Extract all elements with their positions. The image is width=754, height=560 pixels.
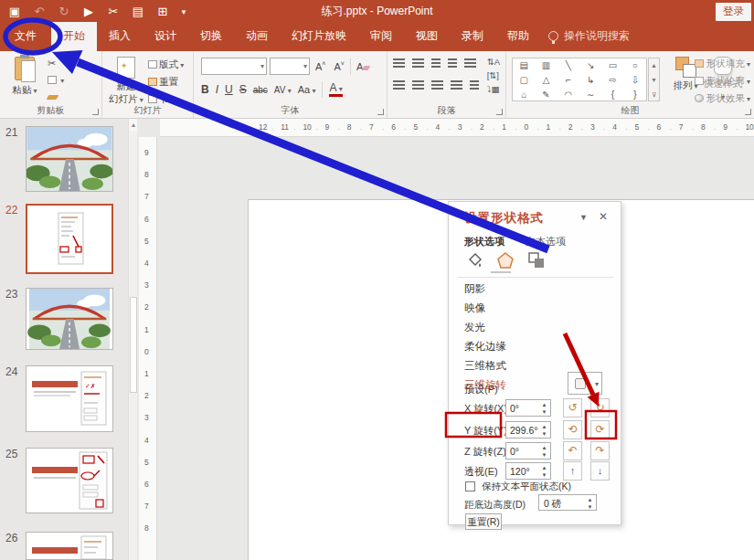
distance-from-ground-input[interactable]: 0 磅▲▼ xyxy=(538,494,597,511)
format-shape-panel[interactable]: 设置形状格式 ▼ ✕ 形状选项 文本选项 阴影 映像 发光 柔化边缘 三维格式 … xyxy=(448,201,621,525)
slide-thumbnail-26[interactable] xyxy=(26,532,113,560)
slide-thumbnail-22[interactable] xyxy=(26,204,113,274)
new-slide-button[interactable]: ✦ 新建 幻灯片 xyxy=(106,57,146,104)
y-rotation-input[interactable]: 299.6°▲▼ xyxy=(505,421,551,438)
section-shadow[interactable]: 阴影 xyxy=(464,282,485,296)
tab-design[interactable]: 设计 xyxy=(143,22,188,51)
spinner-arrows-icon[interactable]: ▲▼ xyxy=(539,423,549,437)
shape-glyph[interactable]: ▥ xyxy=(535,58,557,73)
section-3d-format[interactable]: 三维格式 xyxy=(464,359,506,373)
strikethrough-button[interactable]: abc xyxy=(253,85,268,95)
sign-in-button[interactable]: 登录 xyxy=(716,3,751,21)
x-rotation-input[interactable]: 0°▲▼ xyxy=(505,399,551,417)
panel-close-icon[interactable]: ✕ xyxy=(599,210,608,223)
section-reflection[interactable]: 映像 xyxy=(464,301,485,315)
paste-button[interactable]: 粘贴 xyxy=(5,57,44,104)
spinner-arrows-icon[interactable]: ▲▼ xyxy=(585,496,595,510)
decrease-indent-button[interactable] xyxy=(431,58,441,68)
decrease-font-button[interactable]: A˅ xyxy=(331,58,346,74)
y-rotate-left-button[interactable]: ⟲ xyxy=(563,420,582,439)
reset-rotation-button[interactable]: 重置(R) xyxy=(465,513,502,530)
keep-text-flat-checkbox[interactable] xyxy=(465,481,475,491)
font-size-combo[interactable] xyxy=(270,58,310,75)
cut-button[interactable]: ✂ xyxy=(48,57,64,69)
tell-me-search[interactable]: 操作说明搜索 xyxy=(541,22,637,51)
tab-slideshow[interactable]: 幻灯片放映 xyxy=(280,22,358,51)
slide-thumbnail-24[interactable]: ✓✗ xyxy=(26,365,113,432)
shape-glyph[interactable]: ↘ xyxy=(579,58,601,73)
section-glow[interactable]: 发光 xyxy=(464,321,485,334)
text-shadow-button[interactable]: S xyxy=(239,83,247,96)
shape-glyph[interactable]: ▤ xyxy=(513,58,535,73)
underline-button[interactable]: U xyxy=(225,83,233,96)
drawing-dialog-launcher[interactable] xyxy=(745,109,751,115)
spinner-arrows-icon[interactable]: ▲▼ xyxy=(539,464,549,478)
panel-tab-shape-options[interactable]: 形状选项 xyxy=(464,235,504,248)
z-rotation-input[interactable]: 0°▲▼ xyxy=(505,442,551,460)
shape-glyph[interactable]: ⇩ xyxy=(624,73,646,88)
character-spacing-button[interactable]: AV xyxy=(274,85,292,95)
shape-glyph[interactable]: ⌐ xyxy=(558,73,579,88)
shapes-gallery[interactable]: ▤▥╲↘▭○▢△⌐↳⇨⇩⌂✎◠∼{} xyxy=(512,58,647,101)
effects-pentagon-icon[interactable] xyxy=(496,251,515,269)
x-rotate-right-button[interactable]: ↻ xyxy=(590,398,610,417)
perspective-up-button[interactable]: ↑ xyxy=(563,461,582,481)
z-rotate-right-button[interactable]: ↷ xyxy=(590,441,610,460)
size-properties-icon[interactable] xyxy=(527,251,546,269)
spinner-arrows-icon[interactable]: ▲▼ xyxy=(539,401,549,415)
font-dialog-launcher[interactable] xyxy=(377,109,384,115)
tab-animations[interactable]: 动画 xyxy=(234,22,280,51)
smartart-button[interactable]: ⤵▦ xyxy=(487,84,500,94)
layout-button[interactable]: 版式 xyxy=(148,58,184,71)
align-text-button[interactable]: [⇅] xyxy=(487,70,500,80)
shape-glyph[interactable]: ▢ xyxy=(513,73,535,88)
presets-dropdown[interactable] xyxy=(568,372,602,395)
font-color-button[interactable]: A xyxy=(329,83,342,97)
tab-home[interactable]: 开始 xyxy=(51,22,97,51)
shape-glyph[interactable]: ◠ xyxy=(558,88,579,102)
shapes-gallery-scrollbar[interactable]: ▲▼⊽ xyxy=(648,58,660,101)
spinner-arrows-icon[interactable]: ▲▼ xyxy=(539,444,549,458)
slide-thumbnail-21[interactable] xyxy=(26,126,113,192)
bullets-button[interactable] xyxy=(393,58,405,68)
tab-review[interactable]: 审阅 xyxy=(358,22,404,51)
shape-effects-button[interactable]: 形状效果 xyxy=(695,92,750,105)
italic-button[interactable]: I xyxy=(216,83,218,96)
columns-button[interactable] xyxy=(470,80,479,90)
z-rotate-left-button[interactable]: ↶ xyxy=(563,441,582,460)
shape-glyph[interactable]: ✎ xyxy=(535,88,557,102)
reset-button[interactable]: 重置 xyxy=(148,76,184,89)
section-soft-edges[interactable]: 柔化边缘 xyxy=(464,340,506,354)
text-direction-button[interactable]: ⇅A xyxy=(487,57,500,67)
font-name-combo[interactable] xyxy=(201,58,267,75)
slide-thumbnail-25[interactable] xyxy=(26,448,113,513)
tab-view[interactable]: 视图 xyxy=(404,22,450,51)
tab-record[interactable]: 录制 xyxy=(450,22,495,51)
panel-menu-caret-icon[interactable]: ▼ xyxy=(579,213,588,222)
y-rotate-right-button[interactable]: ⟳ xyxy=(590,420,610,439)
align-left-button[interactable] xyxy=(393,80,405,90)
tab-insert[interactable]: 插入 xyxy=(97,22,143,51)
format-painter-button[interactable] xyxy=(48,90,64,102)
x-rotate-left-button[interactable]: ↺ xyxy=(563,398,582,417)
shape-glyph[interactable]: ∼ xyxy=(579,88,601,102)
shape-glyph[interactable]: ○ xyxy=(624,58,646,73)
align-center-button[interactable] xyxy=(412,80,424,90)
bold-button[interactable]: B xyxy=(201,83,209,96)
scrollbar-thumb[interactable] xyxy=(130,297,137,393)
shape-glyph[interactable]: ⌂ xyxy=(513,88,535,102)
numbering-button[interactable] xyxy=(412,58,424,68)
fill-line-icon[interactable] xyxy=(467,251,483,269)
shape-outline-button[interactable]: 形状轮廓 xyxy=(695,75,750,88)
clipboard-dialog-launcher[interactable] xyxy=(92,109,99,115)
copy-button[interactable] xyxy=(48,73,64,86)
perspective-input[interactable]: 120°▲▼ xyxy=(505,462,551,480)
slide-thumbnail-23[interactable] xyxy=(26,288,113,350)
shape-fill-button[interactable]: 形状填充 xyxy=(695,58,750,70)
increase-indent-button[interactable] xyxy=(448,58,457,68)
shape-glyph[interactable]: ▭ xyxy=(601,58,623,73)
shape-glyph[interactable]: { xyxy=(601,88,623,102)
tab-transitions[interactable]: 切换 xyxy=(188,22,234,51)
clear-formatting-button[interactable]: A xyxy=(354,59,372,74)
align-right-button[interactable] xyxy=(431,80,443,90)
